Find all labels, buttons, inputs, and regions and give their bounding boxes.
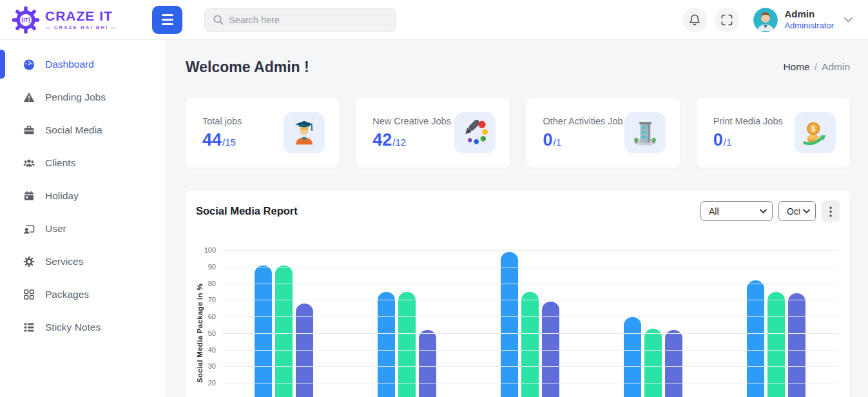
stat-card-other-activities[interactable]: Other Activities Job 0 /1	[526, 98, 680, 168]
search-input[interactable]	[229, 15, 388, 25]
bar-green	[398, 292, 416, 397]
stat-card-print-media[interactable]: Print Media Jobs 0 /1 $	[697, 98, 850, 168]
sidebar-item-label: Sticky Notes	[45, 322, 101, 333]
grid-icon	[23, 289, 35, 300]
sidebar-item-holiday[interactable]: Holiday	[0, 179, 166, 212]
bar-green	[644, 329, 662, 397]
bell-icon	[688, 14, 701, 26]
list-icon	[23, 322, 35, 333]
sidebar-item-social-media[interactable]: Social Media	[0, 113, 166, 146]
sidebar-item-label: Holiday	[45, 190, 79, 202]
creative-palette-icon	[454, 112, 496, 153]
sidebar-item-services[interactable]: Services	[0, 245, 166, 278]
sidebar-item-user[interactable]: User	[0, 212, 166, 245]
sidebar-item-pending-jobs[interactable]: Pending Jobs	[0, 81, 166, 113]
search-icon	[213, 14, 224, 25]
bar-blue	[501, 252, 518, 397]
fullscreen-icon	[721, 14, 733, 26]
gridline	[222, 333, 838, 334]
sidebar: Dashboard Pending Jobs Social Media	[0, 40, 166, 397]
stat-value: 0	[713, 130, 723, 150]
bar-group	[255, 266, 313, 397]
gridline	[222, 267, 838, 267]
sidebar-item-packages[interactable]: Packages	[0, 278, 166, 311]
brand-title: CRAZE IT	[45, 9, 117, 23]
user-role: Administrator	[784, 21, 834, 31]
dollar-glyph: $	[811, 124, 816, 133]
y-tick-label: 100	[193, 246, 216, 254]
notifications-button[interactable]	[682, 8, 707, 32]
y-tick-label: 40	[193, 346, 216, 354]
bar-blue	[378, 292, 395, 397]
stat-label: New Creative Jobs	[372, 116, 451, 126]
graduate-icon	[284, 112, 325, 153]
breadcrumb-separator: /	[815, 61, 817, 73]
sidebar-item-label: Social Media	[45, 124, 102, 136]
stat-total: /1	[724, 137, 732, 148]
stat-total: /15	[222, 137, 236, 148]
social-media-report-card: Social Media Report All Oct	[186, 191, 850, 397]
stat-value: 0	[543, 130, 553, 150]
stat-value: 42	[372, 130, 392, 150]
stat-total: /1	[554, 137, 562, 148]
breadcrumb-current: Admin	[822, 61, 850, 73]
breadcrumb-home-link[interactable]: Home	[783, 61, 809, 73]
stat-total: /12	[392, 137, 406, 148]
bar-blue	[747, 280, 764, 397]
stat-card-new-creative-jobs[interactable]: New Creative Jobs 42 /12	[356, 98, 509, 168]
report-type-select[interactable]: All	[700, 201, 773, 221]
bar-green	[275, 266, 293, 397]
stat-value: 44	[202, 130, 222, 150]
main-content: Welcome Admin ! Home / Admin Total jobs …	[166, 40, 868, 397]
gridline	[222, 350, 838, 351]
report-month-select[interactable]: Oct	[778, 201, 816, 221]
bar-group	[747, 280, 805, 397]
brand-tagline: — CRAZE HAI BHI —	[45, 25, 117, 30]
gridline	[222, 316, 838, 317]
sidebar-item-clients[interactable]: Clients	[0, 146, 166, 179]
y-tick-label: 50	[193, 329, 216, 337]
bar-purple	[665, 330, 682, 397]
gridline	[222, 300, 838, 300]
avatar	[753, 8, 778, 32]
y-tick-label: 80	[193, 280, 216, 287]
stat-label: Other Activities Job	[543, 116, 623, 126]
bar-purple	[788, 293, 805, 397]
chart-title: Social Media Report	[196, 205, 298, 217]
bar-green	[767, 292, 785, 397]
topbar: {IT} CRAZE IT — CRAZE HAI BHI —	[0, 0, 868, 40]
dashboard-icon	[23, 59, 35, 70]
user-menu[interactable]: Admin Administrator	[753, 8, 853, 32]
y-tick-label: 90	[193, 263, 216, 271]
sidebar-item-sticky-notes[interactable]: Sticky Notes	[0, 311, 166, 344]
bar-blue	[624, 317, 641, 397]
bar-group	[624, 317, 682, 397]
brand-logo[interactable]: {IT} CRAZE IT — CRAZE HAI BHI —	[0, 6, 166, 34]
y-tick-label: 60	[193, 313, 216, 320]
gear-icon	[23, 256, 35, 267]
stat-card-total-jobs[interactable]: Total jobs 44 /15	[186, 98, 339, 168]
kebab-menu-icon[interactable]: ⋮	[822, 200, 840, 222]
search-bar[interactable]	[204, 8, 396, 32]
gridline	[222, 366, 838, 367]
page-title: Welcome Admin !	[186, 59, 309, 76]
stats-row: Total jobs 44 /15 Ne	[186, 98, 850, 168]
y-tick-label: 30	[193, 362, 216, 370]
bar-purple	[419, 330, 436, 397]
sidebar-toggle-button[interactable]	[152, 6, 182, 34]
gear-logo-icon: {IT}	[12, 6, 40, 34]
y-tick-label: 70	[193, 296, 216, 304]
sidebar-item-dashboard[interactable]: Dashboard	[0, 48, 166, 81]
sidebar-item-label: Pending Jobs	[45, 92, 106, 103]
plot-area: Social Media Package in % 10090807060504…	[222, 250, 838, 397]
gridline	[222, 383, 838, 383]
bar-blue	[255, 266, 272, 397]
fullscreen-button[interactable]	[715, 8, 739, 32]
warning-icon	[23, 92, 35, 103]
hamburger-icon	[162, 14, 173, 16]
building-icon	[624, 112, 666, 153]
calendar-icon	[23, 190, 35, 202]
sidebar-item-label: User	[45, 223, 66, 235]
sidebar-item-label: Clients	[45, 157, 75, 169]
sidebar-item-label: Services	[45, 256, 83, 267]
